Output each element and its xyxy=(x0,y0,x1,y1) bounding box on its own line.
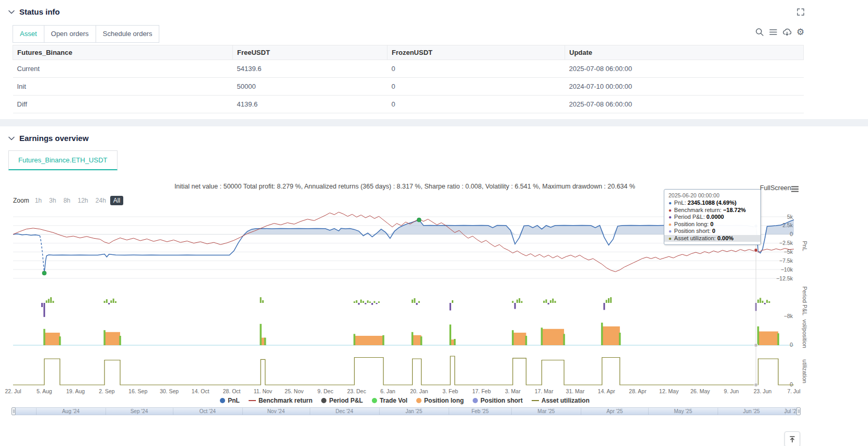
svg-text:17. Mar: 17. Mar xyxy=(535,388,554,394)
current-frozen-value: 0 xyxy=(388,60,565,78)
legend-marker-asset-utilization xyxy=(532,400,539,402)
period-pnl-bars xyxy=(41,297,770,317)
zoom-controls: Zoom 1h3h8h12h24hAll xyxy=(13,196,123,205)
svg-text:−2.5k: −2.5k xyxy=(779,240,793,246)
tooltip-row-position-short: ● Position short: 0 xyxy=(668,228,756,235)
svg-text:23. Dec: 23. Dec xyxy=(347,388,366,394)
chart-context-menu-icon[interactable] xyxy=(791,185,799,194)
current-update-value: 2025-07-08 06:00:00 xyxy=(565,60,804,78)
svg-text:12. May: 12. May xyxy=(659,388,679,394)
earnings-panel-title: Earnings overview xyxy=(19,134,89,143)
svg-text:0: 0 xyxy=(790,381,793,388)
legend-label: Benchmark return xyxy=(259,397,312,404)
gear-icon[interactable]: ⚙ xyxy=(796,28,804,37)
status-tabs: AssetOpen ordersSchedule orders xyxy=(13,25,159,43)
svg-text:31. Mar: 31. Mar xyxy=(566,388,585,394)
legend-item-trade-vol[interactable]: Trade Vol xyxy=(372,397,407,404)
legend-item-pnl[interactable]: PnL xyxy=(220,397,240,404)
navigator-month-label: Apr '25 xyxy=(606,408,623,414)
column-header-update: Update xyxy=(565,45,804,60)
svg-text:7. Jul: 7. Jul xyxy=(787,388,800,394)
earnings-overview-panel: Earnings overview Futures_Binance.ETH_US… xyxy=(0,126,868,446)
navigator-tick xyxy=(718,408,718,415)
table-row-current: Current 54139.6 0 2025-07-08 06:00:00 xyxy=(13,60,804,78)
zoom-buttons: 1h3h8h12h24hAll xyxy=(32,196,123,205)
tab-schedule-orders[interactable]: Schedule orders xyxy=(96,25,160,43)
column-header-free: FreeUSDT xyxy=(233,45,388,60)
tooltip-row-benchmark-return: ● Benchmark return: −18.72% xyxy=(668,207,756,214)
legend-marker-benchmark-return xyxy=(249,400,256,402)
table-row-init: Init 50000 0 2024-07-10 00:00:00 xyxy=(13,78,804,96)
tooltip-row-period-p-l: ● Period P&L: 0.0000 xyxy=(668,214,756,221)
zoom-button-1h[interactable]: 1h xyxy=(32,196,45,205)
legend-item-position-long[interactable]: Position long xyxy=(416,397,464,404)
column-header-account: Futures_Binance xyxy=(13,45,233,60)
navigator-right-handle[interactable] xyxy=(796,407,801,415)
zoom-button-3h[interactable]: 3h xyxy=(46,196,59,205)
tooltip-row-position-long: ● Position long: 0 xyxy=(668,221,756,228)
cloud-download-icon[interactable] xyxy=(782,28,792,37)
chevron-down-icon[interactable] xyxy=(8,136,15,140)
navigator-month-label: Jan '25 xyxy=(406,408,423,414)
earnings-panel-header: Earnings overview xyxy=(8,134,89,143)
zoom-button-all[interactable]: All xyxy=(110,196,123,205)
current-link[interactable]: Current xyxy=(13,60,233,78)
column-header-frozen: FrozenUSDT xyxy=(388,45,565,60)
tab-asset[interactable]: Asset xyxy=(13,25,44,43)
legend-marker-period-p-l xyxy=(321,398,326,403)
tooltip-row-asset-utilization: ● Asset utilization: 0.00% xyxy=(664,235,760,242)
zoom-button-24h[interactable]: 24h xyxy=(92,196,109,205)
navigator-month-label: Mar '25 xyxy=(537,408,555,414)
status-info-panel: Status info AssetOpen ordersSchedule ord… xyxy=(0,0,868,119)
legend-item-position-short[interactable]: Position short xyxy=(473,397,523,404)
navigator-tick xyxy=(242,408,243,415)
svg-text:28. Apr: 28. Apr xyxy=(629,388,647,394)
legend-marker-pnl xyxy=(220,398,225,403)
legend-marker-position-long xyxy=(416,398,421,403)
init-label: Init xyxy=(13,78,233,96)
svg-text:2. Sep: 2. Sep xyxy=(99,388,115,394)
navigator-month-label: Aug '24 xyxy=(62,408,80,414)
zoom-button-12h[interactable]: 12h xyxy=(75,196,91,205)
svg-text:vol/position: vol/position xyxy=(802,319,808,348)
trading-dashboard-page: Status info AssetOpen ordersSchedule ord… xyxy=(0,0,868,446)
search-icon[interactable] xyxy=(755,28,764,37)
scroll-to-top-button[interactable] xyxy=(784,431,800,446)
legend-label: Position long xyxy=(424,397,464,404)
svg-text:26. May: 26. May xyxy=(690,388,710,394)
svg-text:23. Jun: 23. Jun xyxy=(754,388,772,394)
legend-label: Trade Vol xyxy=(380,397,407,404)
chart-navigator[interactable]: Aug '24Sep '24Oct '24Nov '24Dec '24Jan '… xyxy=(13,407,799,415)
navigator-month-label: Dec '24 xyxy=(336,408,354,414)
svg-text:14. Apr: 14. Apr xyxy=(598,388,616,394)
tab-open-orders[interactable]: Open orders xyxy=(44,25,96,43)
zoom-button-8h[interactable]: 8h xyxy=(60,196,73,205)
axis-labels: 5k2.5k0−2.5k−5k−7.5k−10k−12.5k−8k00PnLPe… xyxy=(776,214,808,388)
svg-text:−8k: −8k xyxy=(784,313,793,319)
navigator-month-label: Jun '25 xyxy=(743,408,760,414)
fullscreen-button[interactable]: FullScreen xyxy=(760,184,791,192)
init-update-value: 2024-07-10 00:00:00 xyxy=(565,78,804,96)
svg-text:−7.5k: −7.5k xyxy=(779,257,793,264)
navigator-left-handle[interactable] xyxy=(11,407,16,415)
navigator-tick xyxy=(310,408,310,415)
utilization-line xyxy=(13,356,794,385)
svg-text:Period P&L: Period P&L xyxy=(802,286,808,315)
legend-item-period-p-l[interactable]: Period P&L xyxy=(321,397,363,404)
chart-legend: PnLBenchmark returnPeriod P&LTrade VolPo… xyxy=(0,397,810,404)
svg-text:utilization: utilization xyxy=(802,359,808,383)
legend-item-asset-utilization[interactable]: Asset utilization xyxy=(532,397,590,404)
expand-icon[interactable] xyxy=(797,8,804,18)
legend-label: Period P&L xyxy=(329,397,363,404)
svg-text:9. Jun: 9. Jun xyxy=(724,388,739,394)
navigator-tick xyxy=(648,408,649,415)
svg-text:5k: 5k xyxy=(787,214,793,220)
navigator-month-label: Sep '24 xyxy=(131,408,148,414)
chevron-down-icon[interactable] xyxy=(8,10,15,14)
tab-futures-binance-eth-usdt[interactable]: Futures_Binance.ETH_USDT xyxy=(8,150,118,170)
zoom-label: Zoom xyxy=(13,197,29,204)
legend-item-benchmark-return[interactable]: Benchmark return xyxy=(249,397,312,404)
navigator-tick xyxy=(36,408,37,415)
list-icon[interactable] xyxy=(769,28,778,37)
status-panel-header: Status info xyxy=(8,7,60,16)
